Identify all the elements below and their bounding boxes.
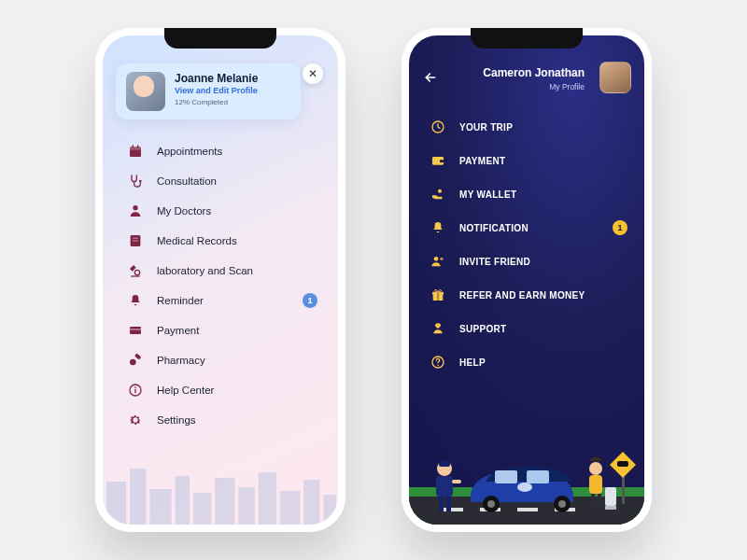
menu-item-label: MY WALLET	[459, 189, 516, 200]
menuA-item-bell[interactable]: Reminder1	[127, 286, 323, 315]
svg-rect-15	[134, 388, 135, 393]
avatar	[126, 72, 165, 111]
back-button[interactable]	[422, 69, 439, 86]
phone-taxi: Cameron Jonathan My Profile YOUR TRIPPAY…	[402, 28, 652, 532]
svg-rect-30	[440, 160, 444, 162]
menuA-item-microscope[interactable]: laboratory and Scan	[127, 256, 323, 285]
friend-icon	[430, 253, 446, 270]
notification-badge: 1	[303, 293, 317, 308]
menuA-item-info[interactable]: Help Center	[127, 375, 323, 404]
menuA-item-calendar[interactable]: Appointments	[127, 136, 323, 165]
avatar[interactable]	[599, 62, 631, 93]
svg-point-4	[139, 179, 142, 182]
svg-rect-1	[130, 147, 141, 149]
svg-rect-13	[134, 353, 142, 359]
taxi-illustration	[409, 414, 644, 525]
menu-item-label: Reminder	[157, 295, 204, 306]
microscope-icon	[127, 262, 144, 279]
menuB-item-help[interactable]: HELP	[430, 345, 627, 379]
menu-item-label: Appointments	[157, 146, 222, 157]
menu-item-label: Medical Records	[157, 235, 237, 246]
gear-icon	[127, 412, 144, 428]
svg-rect-23	[238, 487, 254, 525]
menu-item-label: NOTIFICATION	[459, 223, 529, 233]
svg-point-12	[130, 358, 136, 365]
profile-progress: 12% Completed	[175, 98, 258, 106]
svg-rect-8	[133, 240, 137, 241]
menu-item-label: My Doctors	[157, 205, 211, 217]
menu-item-label: PAYMENT	[459, 156, 505, 166]
header: Cameron Jonathan My Profile	[422, 62, 631, 93]
menu-item-label: Pharmacy	[157, 355, 205, 366]
svg-rect-36	[437, 292, 438, 301]
menuA-item-stethoscope[interactable]: Consultation	[127, 166, 323, 195]
svg-rect-17	[106, 482, 126, 525]
svg-rect-22	[215, 478, 234, 525]
svg-rect-21	[193, 493, 211, 525]
menuA-item-doctor[interactable]: My Doctors	[127, 196, 323, 225]
svg-rect-67	[617, 461, 628, 467]
menuB-item-hand-coin[interactable]: MY WALLET	[430, 177, 627, 211]
svg-rect-64	[605, 506, 616, 510]
close-icon: ✕	[308, 67, 317, 80]
svg-rect-44	[517, 508, 538, 511]
menuA-item-gear[interactable]: Settings	[127, 405, 323, 434]
svg-point-49	[487, 500, 495, 508]
svg-point-51	[558, 500, 566, 508]
svg-point-33	[440, 258, 443, 260]
pills-icon	[127, 352, 144, 369]
menuA-item-records[interactable]: Medical Records	[127, 226, 323, 255]
records-icon	[127, 232, 144, 249]
menuB-item-wallet[interactable]: PAYMENT	[430, 144, 627, 177]
clock-icon	[430, 119, 446, 135]
menuB-item-bell[interactable]: NOTIFICATION1	[430, 211, 627, 245]
svg-rect-25	[280, 491, 300, 525]
profile-name: Joanne Melanie	[175, 72, 258, 85]
svg-point-52	[517, 483, 532, 492]
svg-rect-3	[137, 145, 138, 147]
card-icon	[127, 322, 144, 339]
profile-subtitle: View and Edit Profile	[175, 86, 258, 95]
svg-rect-27	[323, 495, 336, 525]
svg-rect-26	[303, 480, 319, 525]
svg-rect-61	[591, 494, 595, 509]
svg-rect-47	[527, 470, 549, 483]
svg-rect-42	[443, 508, 463, 511]
profile-text: Joanne Melanie View and Edit Profile 12%…	[175, 72, 258, 106]
bell-icon	[430, 219, 446, 236]
menu-item-label: Payment	[157, 325, 199, 336]
screen-medical: ✕ Joanne Melanie View and Edit Profile 1…	[103, 35, 338, 525]
menuB-item-clock[interactable]: YOUR TRIP	[430, 110, 627, 144]
svg-rect-62	[598, 494, 601, 509]
svg-rect-54	[439, 461, 450, 467]
menuA-item-pills[interactable]: Pharmacy	[127, 345, 323, 374]
svg-point-9	[134, 270, 139, 274]
svg-point-32	[434, 257, 439, 261]
menuB-item-gift[interactable]: REFER AND EARN MONEY	[430, 278, 627, 312]
info-icon	[127, 382, 144, 399]
menu-item-label: REFER AND EARN MONEY	[459, 290, 585, 301]
svg-rect-56	[439, 497, 444, 511]
close-button[interactable]: ✕	[303, 63, 323, 84]
arrow-left-icon	[423, 70, 438, 85]
svg-rect-18	[130, 469, 146, 525]
bell-icon	[127, 292, 144, 309]
support-icon	[430, 320, 446, 337]
svg-point-31	[438, 189, 442, 193]
profile-name: Cameron Jonathan	[483, 66, 585, 79]
svg-point-16	[134, 386, 136, 388]
menuB-item-friend[interactable]: INVITE FRIEND	[430, 245, 627, 278]
menu-item-label: Settings	[157, 414, 196, 426]
svg-rect-20	[176, 476, 190, 525]
gift-icon	[430, 287, 446, 303]
svg-rect-58	[452, 480, 461, 483]
profile-subtitle: My Profile	[448, 82, 585, 91]
menuB-item-support[interactable]: SUPPORT	[430, 312, 627, 345]
calendar-icon	[127, 143, 144, 160]
menu-item-label: INVITE FRIEND	[459, 257, 530, 267]
menu-item-label: laboratory and Scan	[157, 265, 253, 276]
menuA-item-card[interactable]: Payment	[127, 315, 323, 344]
menu-medical: AppointmentsConsultationMy DoctorsMedica…	[127, 136, 323, 434]
profile-card[interactable]: Joanne Melanie View and Edit Profile 12%…	[116, 63, 301, 119]
help-icon	[430, 354, 446, 371]
